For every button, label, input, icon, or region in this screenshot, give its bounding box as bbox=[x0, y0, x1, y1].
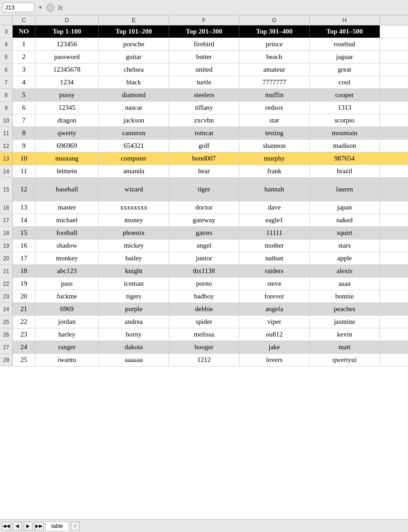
cell-h-19[interactable]: bonnie bbox=[310, 290, 380, 303]
cell-f-7[interactable]: tomcat bbox=[169, 127, 239, 139]
cell-g-9[interactable]: murphy bbox=[239, 152, 310, 165]
cell-g-16[interactable]: nathan bbox=[239, 252, 310, 264]
cell-f-9[interactable]: bond007 bbox=[169, 152, 239, 165]
cell-d-6[interactable]: dragon bbox=[35, 114, 99, 127]
cell-f-0[interactable]: firebird bbox=[169, 38, 239, 50]
cell-g-13[interactable]: eagle1 bbox=[239, 214, 310, 226]
cell-h-2[interactable]: great bbox=[310, 63, 380, 76]
cell-d-0[interactable]: 123456 bbox=[35, 38, 99, 50]
cell-no-11[interactable]: 12 bbox=[13, 178, 35, 201]
table-row[interactable]: 20 17 monkey bailey junior nathan apple bbox=[0, 252, 408, 265]
cell-h-7[interactable]: mountain bbox=[310, 127, 380, 139]
cell-d-10[interactable]: letmein bbox=[35, 165, 99, 177]
cell-no-10[interactable]: 11 bbox=[13, 165, 35, 177]
cell-d-14[interactable]: football bbox=[35, 227, 99, 239]
cell-h-8[interactable]: madison bbox=[310, 140, 380, 152]
nav-last-btn[interactable]: ▶▶ bbox=[34, 522, 44, 531]
cell-f-4[interactable]: steelers bbox=[169, 89, 239, 101]
cell-d-8[interactable]: 696969 bbox=[35, 140, 99, 152]
cell-g-21[interactable]: viper bbox=[239, 316, 310, 328]
cell-g-24[interactable]: lovers bbox=[239, 354, 310, 366]
cell-g-17[interactable]: raiders bbox=[239, 265, 310, 277]
cell-d-19[interactable]: fuckme bbox=[35, 290, 99, 303]
cell-e-7[interactable]: cameron bbox=[99, 127, 169, 139]
cell-g-14[interactable]: 11111 bbox=[239, 227, 310, 239]
cell-h-10[interactable]: brazil bbox=[310, 165, 380, 177]
cell-e-18[interactable]: iceman bbox=[99, 278, 169, 290]
cell-f-18[interactable]: porno bbox=[169, 278, 239, 290]
cell-f-16[interactable]: junior bbox=[169, 252, 239, 264]
cell-f-2[interactable]: united bbox=[169, 63, 239, 76]
cell-g-2[interactable]: amateur bbox=[239, 63, 310, 76]
cell-h-12[interactable]: japan bbox=[310, 201, 380, 214]
formula-circle-btn[interactable] bbox=[46, 4, 54, 12]
cell-no-8[interactable]: 9 bbox=[13, 140, 35, 152]
cell-h-23[interactable]: matt bbox=[310, 341, 380, 353]
cell-e-10[interactable]: amanda bbox=[99, 165, 169, 177]
cell-no-17[interactable]: 18 bbox=[13, 265, 35, 277]
cell-g-18[interactable]: steve bbox=[239, 278, 310, 290]
cell-d-23[interactable]: ranger bbox=[35, 341, 99, 353]
cell-f-10[interactable]: bear bbox=[169, 165, 239, 177]
cell-no-0[interactable]: 1 bbox=[13, 38, 35, 50]
cell-g-7[interactable]: testing bbox=[239, 127, 310, 139]
cell-e-8[interactable]: 654321 bbox=[99, 140, 169, 152]
table-row[interactable]: 12 9 696969 654321 golf shannon madison bbox=[0, 140, 408, 152]
cell-no-12[interactable]: 13 bbox=[13, 201, 35, 214]
cell-e-9[interactable]: computer bbox=[99, 152, 169, 165]
cell-g-8[interactable]: shannon bbox=[239, 140, 310, 152]
table-row[interactable]: 16 13 master xxxxxxxx doctor dave japan bbox=[0, 201, 408, 214]
cell-e-5[interactable]: nascar bbox=[99, 102, 169, 114]
cell-d-4[interactable]: pussy bbox=[35, 89, 99, 101]
table-row[interactable]: 18 15 football phoenix gators 11111 squi… bbox=[0, 227, 408, 239]
cell-g-20[interactable]: angela bbox=[239, 303, 310, 315]
col-header-d[interactable]: D bbox=[35, 15, 99, 25]
cell-f-17[interactable]: thx1138 bbox=[169, 265, 239, 277]
nav-first-btn[interactable]: ◀◀ bbox=[2, 522, 11, 531]
cell-g-0[interactable]: prince bbox=[239, 38, 310, 50]
cell-h-24[interactable]: qwertyui bbox=[310, 354, 380, 366]
cell-f-1[interactable]: butter bbox=[169, 51, 239, 63]
table-row[interactable]: 4 1 123456 porsche firebird prince roseb… bbox=[0, 38, 408, 51]
cell-no-5[interactable]: 6 bbox=[13, 102, 35, 114]
cell-no-15[interactable]: 16 bbox=[13, 239, 35, 252]
cell-no-16[interactable]: 17 bbox=[13, 252, 35, 264]
table-row[interactable]: 13 10 mustang computer bond007 murphy 98… bbox=[0, 152, 408, 165]
cell-reference-box[interactable]: J13 bbox=[3, 3, 34, 12]
col-header-h[interactable]: H bbox=[310, 15, 380, 25]
cell-e-13[interactable]: money bbox=[99, 214, 169, 226]
cell-d-5[interactable]: 12345 bbox=[35, 102, 99, 114]
table-row[interactable]: 11 8 qwerty cameron tomcat testing mount… bbox=[0, 127, 408, 140]
cell-no-19[interactable]: 20 bbox=[13, 290, 35, 303]
cell-no-24[interactable]: 25 bbox=[13, 354, 35, 366]
cell-e-4[interactable]: diamond bbox=[99, 89, 169, 101]
cell-d-18[interactable]: pass bbox=[35, 278, 99, 290]
cell-no-4[interactable]: 5 bbox=[13, 89, 35, 101]
add-sheet-btn[interactable]: ☆ bbox=[71, 522, 80, 531]
table-row[interactable]: 5 2 password guitar butter beach jaguar bbox=[0, 51, 408, 63]
cell-ref-dropdown[interactable]: ▼ bbox=[38, 5, 43, 10]
table-row[interactable]: 27 24 ranger dakota booger jake matt bbox=[0, 341, 408, 354]
cell-no-2[interactable]: 3 bbox=[13, 63, 35, 76]
table-row[interactable]: 10 7 dragon jackson zxcvbn star scorpio bbox=[0, 114, 408, 127]
table-row[interactable]: 6 3 12345678 chelsea united amateur grea… bbox=[0, 63, 408, 76]
cell-d-13[interactable]: michael bbox=[35, 214, 99, 226]
nav-next-btn[interactable]: ▶ bbox=[24, 522, 33, 531]
cell-d-24[interactable]: iwantu bbox=[35, 354, 99, 366]
cell-d-15[interactable]: shadow bbox=[35, 239, 99, 252]
cell-e-1[interactable]: guitar bbox=[99, 51, 169, 63]
table-row[interactable]: 17 14 michael money gateway eagle1 naked bbox=[0, 214, 408, 227]
cell-f-8[interactable]: golf bbox=[169, 140, 239, 152]
formula-input[interactable] bbox=[67, 4, 405, 11]
cell-f-21[interactable]: spider bbox=[169, 316, 239, 328]
cell-no-9[interactable]: 10 bbox=[13, 152, 35, 165]
cell-d-17[interactable]: abc123 bbox=[35, 265, 99, 277]
nav-prev-btn[interactable]: ◀ bbox=[13, 522, 22, 531]
cell-h-21[interactable]: jasmine bbox=[310, 316, 380, 328]
cell-h-9[interactable]: 987654 bbox=[310, 152, 380, 165]
cell-h-20[interactable]: peaches bbox=[310, 303, 380, 315]
cell-d-16[interactable]: monkey bbox=[35, 252, 99, 264]
cell-f-13[interactable]: gateway bbox=[169, 214, 239, 226]
cell-e-16[interactable]: bailey bbox=[99, 252, 169, 264]
cell-g-3[interactable]: 7777777 bbox=[239, 76, 310, 88]
